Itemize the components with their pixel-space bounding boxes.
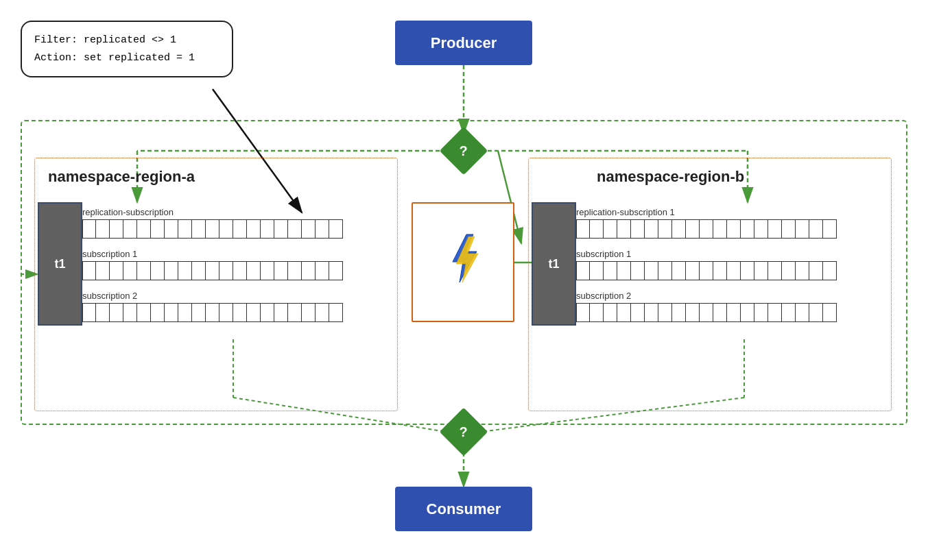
right-sub-label-0: replication-subscription 1	[576, 207, 675, 217]
producer-box: Producer	[395, 21, 532, 65]
producer-label: Producer	[431, 34, 497, 52]
left-topic-block: t1 replication-subscription subscription…	[38, 202, 343, 326]
left-cells-2	[82, 303, 343, 322]
filter-line2: Action: set replicated = 1	[34, 49, 219, 67]
right-cells-0	[576, 219, 837, 239]
right-queue-replication: replication-subscription 1	[576, 206, 837, 239]
filter-line1: Filter: replicated <> 1	[34, 32, 219, 49]
right-queues: replication-subscription 1 subscription …	[576, 202, 837, 326]
left-topic-label: t1	[38, 202, 82, 326]
right-sub-label-1: subscription 1	[576, 249, 631, 259]
diagram: Filter: replicated <> 1 Action: set repl…	[0, 0, 928, 560]
left-queue-sub2: subscription 2	[82, 289, 343, 322]
consumer-label: Consumer	[427, 500, 501, 518]
left-cells-0	[82, 219, 343, 239]
processor-box	[412, 202, 514, 322]
consumer-box: Consumer	[395, 487, 532, 531]
left-queue-sub1: subscription 1	[82, 247, 343, 280]
left-queue-replication: replication-subscription	[82, 206, 343, 239]
right-cells-1	[576, 261, 837, 280]
left-queues: replication-subscription subscription 1 …	[82, 202, 343, 326]
left-sub-label-2: subscription 2	[82, 291, 137, 301]
right-cells-2	[576, 303, 837, 322]
right-sub-label-2: subscription 2	[576, 291, 631, 301]
lightning-icon	[442, 231, 484, 293]
right-queue-sub1: subscription 1	[576, 247, 837, 280]
region-b-label: namespace-region-b	[597, 168, 744, 186]
left-cells-1	[82, 261, 343, 280]
svg-marker-18	[456, 236, 478, 282]
left-sub-label-0: replication-subscription	[82, 207, 174, 217]
right-queue-sub2: subscription 2	[576, 289, 837, 322]
top-diamond-label: ?	[460, 143, 468, 159]
right-topic-label: t1	[532, 202, 576, 326]
region-a-label: namespace-region-a	[48, 168, 195, 186]
bottom-diamond-label: ?	[460, 424, 468, 440]
right-topic-block: t1 replication-subscription 1 subscripti…	[532, 202, 837, 326]
left-sub-label-1: subscription 1	[82, 249, 137, 259]
filter-box: Filter: replicated <> 1 Action: set repl…	[21, 21, 233, 77]
